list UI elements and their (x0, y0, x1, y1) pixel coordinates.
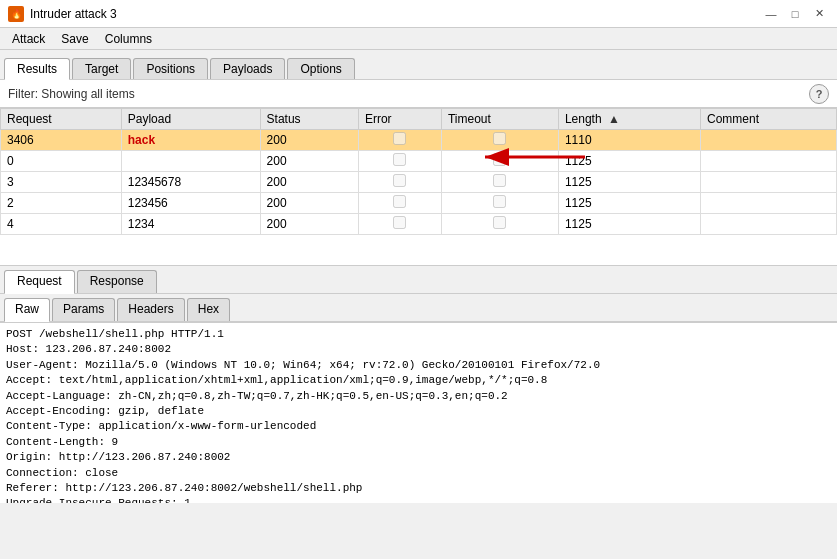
request-line: Content-Length: 9 (6, 436, 118, 448)
sort-arrow: ▲ (608, 112, 620, 126)
table-header-row: Request Payload Status Error Timeout Len… (1, 109, 837, 130)
cell-comment (700, 130, 836, 151)
cell-payload: hack (121, 130, 260, 151)
request-line: Accept-Language: zh-CN,zh;q=0.8,zh-TW;q=… (6, 390, 508, 402)
request-line: User-Agent: Mozilla/5.0 (Windows NT 10.0… (6, 359, 600, 371)
cell-payload: 1234 (121, 214, 260, 235)
table-row[interactable]: 0 200 1125 (1, 151, 837, 172)
request-body: POST /webshell/shell.php HTTP/1.1 Host: … (0, 323, 837, 503)
request-line: Referer: http://123.206.87.240:8002/webs… (6, 482, 362, 494)
window-title: Intruder attack 3 (30, 7, 117, 21)
col-header-error[interactable]: Error (358, 109, 441, 130)
cell-comment (700, 172, 836, 193)
cell-comment (700, 151, 836, 172)
request-line: Host: 123.206.87.240:8002 (6, 343, 171, 355)
cell-request: 3406 (1, 130, 122, 151)
table-row[interactable]: 2 123456 200 1125 (1, 193, 837, 214)
col-header-length[interactable]: Length ▲ (558, 109, 700, 130)
title-bar: 🔥 Intruder attack 3 — □ ✕ (0, 0, 837, 28)
cell-length: 1125 (558, 151, 700, 172)
filter-text: Filter: Showing all items (8, 87, 135, 101)
table-body: 3406 hack 200 1110 0 200 1125 3 12345678… (1, 130, 837, 235)
menu-attack[interactable]: Attack (4, 30, 53, 48)
col-header-payload[interactable]: Payload (121, 109, 260, 130)
cell-status: 200 (260, 172, 358, 193)
cell-status: 200 (260, 151, 358, 172)
subtab-headers[interactable]: Headers (117, 298, 184, 321)
cell-payload: 12345678 (121, 172, 260, 193)
tab-target[interactable]: Target (72, 58, 131, 79)
request-line: Origin: http://123.206.87.240:8002 (6, 451, 230, 463)
cell-length: 1125 (558, 172, 700, 193)
cell-comment (700, 193, 836, 214)
sub-tabs-row: Raw Params Headers Hex (0, 294, 837, 322)
cell-timeout (441, 214, 558, 235)
title-controls: — □ ✕ (761, 6, 829, 22)
cell-error (358, 172, 441, 193)
tab-options[interactable]: Options (287, 58, 354, 79)
cell-length: 1125 (558, 214, 700, 235)
cell-request: 4 (1, 214, 122, 235)
subtab-hex[interactable]: Hex (187, 298, 230, 321)
cell-error (358, 193, 441, 214)
cell-comment (700, 214, 836, 235)
title-bar-left: 🔥 Intruder attack 3 (8, 6, 117, 22)
bottom-tabs-row: Request Response (0, 266, 837, 294)
request-line: POST /webshell/shell.php HTTP/1.1 (6, 328, 224, 340)
cell-length: 1110 (558, 130, 700, 151)
cell-length: 1125 (558, 193, 700, 214)
cell-error (358, 214, 441, 235)
col-header-request[interactable]: Request (1, 109, 122, 130)
request-line: Connection: close (6, 467, 118, 479)
tab-response[interactable]: Response (77, 270, 157, 293)
menu-save[interactable]: Save (53, 30, 96, 48)
cell-error (358, 151, 441, 172)
request-line: Content-Type: application/x-www-form-url… (6, 420, 316, 432)
cell-request: 2 (1, 193, 122, 214)
table-row[interactable]: 3406 hack 200 1110 (1, 130, 837, 151)
table-row[interactable]: 4 1234 200 1125 (1, 214, 837, 235)
cell-request: 0 (1, 151, 122, 172)
cell-timeout (441, 130, 558, 151)
cell-status: 200 (260, 193, 358, 214)
maximize-button[interactable]: □ (785, 6, 805, 22)
table-row[interactable]: 3 12345678 200 1125 (1, 172, 837, 193)
bottom-section: Request Response Raw Params Headers Hex (0, 266, 837, 323)
cell-timeout (441, 193, 558, 214)
cell-request: 3 (1, 172, 122, 193)
main-tabs: Results Target Positions Payloads Option… (0, 50, 837, 80)
tab-results[interactable]: Results (4, 58, 70, 80)
help-button[interactable]: ? (809, 84, 829, 104)
cell-status: 200 (260, 130, 358, 151)
menu-bar: Attack Save Columns (0, 28, 837, 50)
subtab-raw[interactable]: Raw (4, 298, 50, 322)
tab-positions[interactable]: Positions (133, 58, 208, 79)
cell-timeout (441, 172, 558, 193)
minimize-button[interactable]: — (761, 6, 781, 22)
cell-timeout (441, 151, 558, 172)
results-table-container: Request Payload Status Error Timeout Len… (0, 108, 837, 266)
request-line: Accept: text/html,application/xhtml+xml,… (6, 374, 547, 386)
tab-payloads[interactable]: Payloads (210, 58, 285, 79)
request-line: Accept-Encoding: gzip, deflate (6, 405, 204, 417)
close-button[interactable]: ✕ (809, 6, 829, 22)
cell-payload (121, 151, 260, 172)
cell-payload: 123456 (121, 193, 260, 214)
col-header-status[interactable]: Status (260, 109, 358, 130)
menu-columns[interactable]: Columns (97, 30, 160, 48)
app-icon: 🔥 (8, 6, 24, 22)
filter-bar: Filter: Showing all items ? (0, 80, 837, 108)
request-line: Upgrade-Insecure-Requests: 1 (6, 497, 191, 503)
tab-request[interactable]: Request (4, 270, 75, 294)
col-header-comment[interactable]: Comment (700, 109, 836, 130)
subtab-params[interactable]: Params (52, 298, 115, 321)
col-header-timeout[interactable]: Timeout (441, 109, 558, 130)
cell-error (358, 130, 441, 151)
cell-status: 200 (260, 214, 358, 235)
results-table: Request Payload Status Error Timeout Len… (0, 108, 837, 235)
